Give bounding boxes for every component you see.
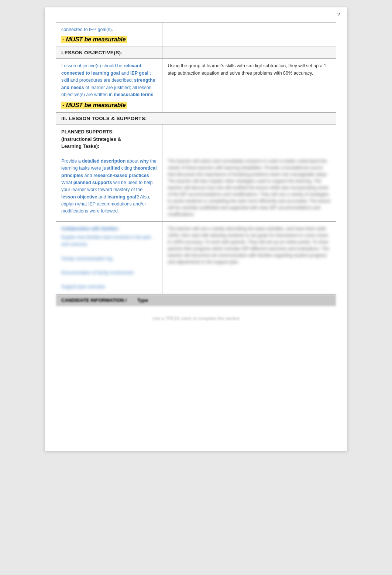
page-content: connected to IEP goal(s). - MUST be meas…	[45, 7, 347, 346]
planned-supports-content-row: Provide a detailed description about why…	[56, 154, 336, 221]
lesson-objective-content-text: Using the group of learner's skills with…	[168, 62, 331, 77]
must-measurable-top: - MUST be measurable	[61, 36, 157, 43]
main-table: connected to IEP goal(s). - MUST be meas…	[56, 22, 336, 331]
planned-supports-blurred-text: The teacher will select and consolidate …	[168, 158, 331, 218]
faint-bottom-row: Use a TPESS rubric to complete this sect…	[56, 306, 336, 331]
lesson-tools-header: III. LESSON TOOLS & SUPPORTS:	[56, 113, 336, 125]
connected-iep-row: connected to IEP goal(s). - MUST be meas…	[56, 23, 336, 47]
lesson-tools-header-row: III. LESSON TOOLS & SUPPORTS:	[56, 113, 336, 125]
lesson-objective-instruction: Lesson objective(s) should be relevant; …	[61, 62, 157, 98]
planned-supports-header-row: PLANNED SUPPORTS: (Instructional Strateg…	[56, 125, 336, 154]
lesson-objective-right: Using the group of learner's skills with…	[162, 59, 336, 113]
planned-supports-header-right	[162, 125, 336, 154]
planned-supports-instruction: Provide a detailed description about why…	[61, 158, 157, 215]
faint-bottom-text: Use a TPESS rubric to complete this sect…	[61, 312, 331, 325]
lesson-objective-left: Lesson objective(s) should be relevant; …	[56, 59, 162, 113]
page-number: 2	[337, 12, 340, 17]
planned-supports-header-left: PLANNED SUPPORTS: (Instructional Strateg…	[56, 125, 162, 154]
must-measurable-bottom: - MUST be measurable	[61, 102, 157, 109]
planned-supports-left: Provide a detailed description about why…	[56, 154, 162, 221]
planned-supports-right: The teacher will select and consolidate …	[162, 154, 336, 221]
connected-iep-left: connected to IEP goal(s). - MUST be meas…	[56, 23, 162, 47]
collaboration-right: The teacher will use a variety describin…	[162, 221, 336, 295]
planned-supports-title: PLANNED SUPPORTS: (Instructional Strateg…	[61, 128, 157, 150]
connected-iep-right	[162, 23, 336, 47]
collaboration-left-text: Collaboration with families: Explain how…	[61, 225, 157, 291]
bottom-section-header: CANDIDATE INFORMATION / Type	[56, 295, 336, 306]
lesson-objective-header-left: LESSON OBJECTIVE(S):	[56, 47, 162, 59]
lesson-objective-header-right	[162, 47, 336, 59]
lesson-objective-content-row: Lesson objective(s) should be relevant; …	[56, 59, 336, 113]
faint-bottom-cell: Use a TPESS rubric to complete this sect…	[56, 306, 336, 331]
collaboration-row: Collaboration with families: Explain how…	[56, 221, 336, 295]
bottom-section-header-row: CANDIDATE INFORMATION / Type	[56, 295, 336, 306]
document-page: 2 connected to IEP goal(s). - MUST be me…	[45, 7, 347, 451]
lesson-objective-header-row: LESSON OBJECTIVE(S):	[56, 47, 336, 59]
collaboration-left: Collaboration with families: Explain how…	[56, 221, 162, 295]
connected-iep-text: connected to IEP goal(s).	[61, 26, 157, 33]
collaboration-right-text: The teacher will use a variety describin…	[168, 225, 331, 265]
